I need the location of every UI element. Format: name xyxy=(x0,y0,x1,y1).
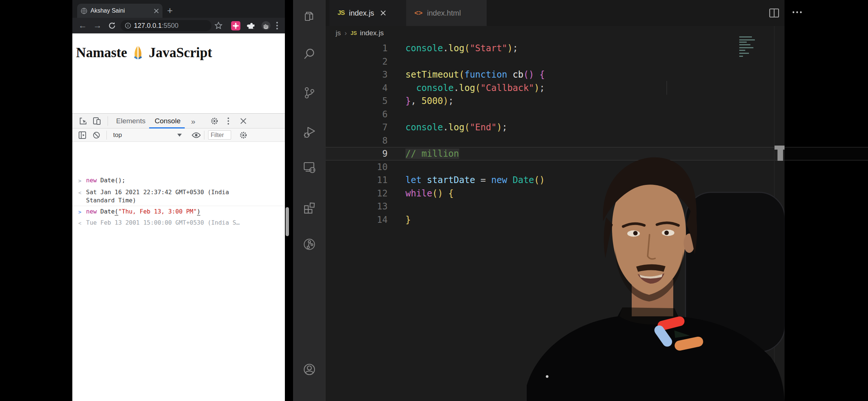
code-token xyxy=(405,83,416,93)
bookmark-star-icon[interactable] xyxy=(214,21,223,30)
extensions-icon[interactable] xyxy=(303,201,316,215)
account-icon[interactable] xyxy=(303,363,316,376)
site-info-icon[interactable] xyxy=(125,23,131,29)
minimap-line xyxy=(739,44,750,45)
line-number: 8 xyxy=(326,134,388,147)
breadcrumb[interactable]: js › JS index.js xyxy=(336,27,384,39)
webcam-presenter xyxy=(527,149,785,401)
tab-elements[interactable]: Elements xyxy=(116,117,145,125)
code-token: cb xyxy=(507,69,523,80)
tab-label: index.js xyxy=(349,9,374,17)
line-number: 11 xyxy=(326,173,388,187)
code-line[interactable]: 3setTimeout(function cb() { xyxy=(326,68,868,81)
breadcrumb-folder[interactable]: js xyxy=(336,29,341,37)
code-line[interactable]: 4 console.log("Callback"); xyxy=(326,81,868,95)
code-token: } xyxy=(405,215,411,225)
eye-icon[interactable] xyxy=(192,132,201,138)
minimap-line xyxy=(739,50,745,51)
code-line[interactable]: 6 xyxy=(326,108,868,121)
close-editor-icon[interactable] xyxy=(380,10,386,16)
line-number: 12 xyxy=(326,187,388,200)
extensions-puzzle-icon[interactable] xyxy=(247,21,256,30)
tab-index-js[interactable]: JS index.js xyxy=(329,0,406,26)
line-number: 9 xyxy=(326,147,388,160)
back-icon[interactable]: ← xyxy=(78,20,87,30)
console-filter-input[interactable] xyxy=(208,130,231,140)
code-token: ) xyxy=(497,122,502,133)
devtools-settings-icon[interactable] xyxy=(210,117,218,125)
code-token: "Start" xyxy=(470,43,507,53)
console-text: new Date("Thu, Feb 13, 3:00 PM") xyxy=(86,208,200,216)
device-toolbar-icon[interactable] xyxy=(92,117,101,125)
code-token: ( xyxy=(459,69,464,80)
console-divider xyxy=(72,206,285,206)
reload-icon[interactable] xyxy=(108,22,116,30)
close-tab-icon[interactable] xyxy=(154,9,159,13)
divider xyxy=(106,131,107,140)
split-editor-icon[interactable] xyxy=(769,8,779,18)
line-number: 5 xyxy=(326,94,388,108)
editor-actions-icon[interactable] xyxy=(792,11,802,13)
pink-extension-icon[interactable] xyxy=(231,21,240,30)
code-line[interactable]: 5}, 5000); xyxy=(326,94,868,108)
forward-icon[interactable]: → xyxy=(93,20,102,30)
code-token: ( xyxy=(475,83,480,93)
breadcrumb-file[interactable]: index.js xyxy=(360,29,384,37)
chrome-menu-icon[interactable] xyxy=(276,22,278,30)
tab-console[interactable]: Console xyxy=(155,117,181,125)
context-selector[interactable]: top xyxy=(113,131,122,139)
minimap[interactable] xyxy=(739,36,776,59)
code-line[interactable]: 2 xyxy=(326,55,868,68)
line-number: 2 xyxy=(326,55,388,68)
line-number: 10 xyxy=(326,160,388,174)
html-file-icon: <> xyxy=(414,9,423,17)
code-token: . xyxy=(454,83,459,93)
clear-console-icon[interactable] xyxy=(92,131,101,139)
dropdown-arrow-icon[interactable] xyxy=(177,134,182,137)
browser-tab[interactable]: Akshay Saini xyxy=(77,4,162,18)
devtools-close-icon[interactable] xyxy=(240,118,247,124)
code-token: ) xyxy=(529,69,534,80)
console-sidebar-icon[interactable] xyxy=(78,131,86,139)
search-icon[interactable] xyxy=(303,47,316,61)
console-toolbar: top xyxy=(72,128,285,142)
code-token: "Callback" xyxy=(480,83,534,93)
code-token: console xyxy=(416,83,454,93)
console-text: Sat Jan 16 2021 22:37:42 GMT+0530 (India… xyxy=(86,188,233,205)
new-tab-button[interactable]: + xyxy=(164,5,175,16)
code-line[interactable]: 1console.log("Start"); xyxy=(326,42,868,55)
code-token: let xyxy=(405,175,421,185)
hand-extension-icon[interactable] xyxy=(261,20,271,31)
gitlens-icon[interactable] xyxy=(303,238,316,251)
code-token: startDate xyxy=(421,175,475,185)
page-scrollbar-thumb[interactable] xyxy=(286,207,289,236)
inspect-element-icon[interactable] xyxy=(79,117,87,125)
console-log-area: >new Date();<Sat Jan 16 2021 22:37:42 GM… xyxy=(72,142,285,401)
remote-explorer-icon[interactable] xyxy=(303,160,316,174)
explorer-icon[interactable] xyxy=(303,10,316,23)
code-line[interactable]: 7console.log("End"); xyxy=(326,121,868,134)
console-input-chevron-icon: > xyxy=(78,208,81,216)
devtools-menu-icon[interactable] xyxy=(227,117,229,125)
tab-title: Akshay Saini xyxy=(91,7,154,14)
more-tabs-icon[interactable]: » xyxy=(191,117,195,126)
console-token: Date xyxy=(101,208,115,215)
browser-toolbar: ← → 127.0.0.1:5500 xyxy=(72,18,285,33)
code-token: ; xyxy=(448,96,454,106)
chevron-right-icon: › xyxy=(345,29,347,37)
source-control-icon[interactable] xyxy=(303,86,316,100)
code-token: { xyxy=(443,188,454,199)
address-bar[interactable]: 127.0.0.1:5500 xyxy=(121,20,211,31)
minimap-line xyxy=(739,47,753,48)
code-token: ) xyxy=(438,188,443,199)
code-line[interactable]: 8 xyxy=(326,134,868,147)
console-token: ( xyxy=(115,208,118,216)
tab-index-html[interactable]: <> index.html xyxy=(406,0,487,26)
run-debug-icon[interactable] xyxy=(303,125,316,138)
line-number: 13 xyxy=(326,200,388,213)
console-settings-icon[interactable] xyxy=(239,131,247,139)
code-token: function xyxy=(464,69,507,80)
minimap-line xyxy=(739,56,743,57)
console-output-arrow-icon: < xyxy=(78,189,81,197)
console-token: ) xyxy=(197,208,201,216)
